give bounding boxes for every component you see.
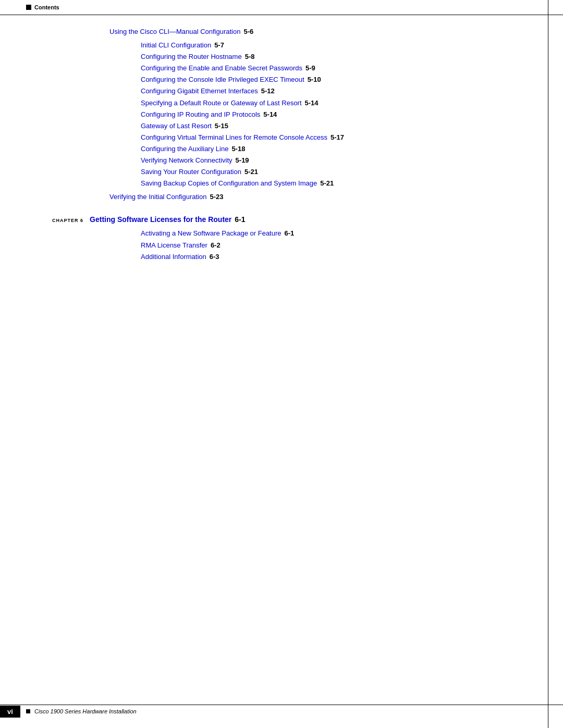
toc-entry: Using the Cisco CLI—Manual Configuration… <box>109 26 537 38</box>
toc-page-default-route: 5-14 <box>305 97 319 109</box>
toc-page-activating: 6-1 <box>285 228 295 239</box>
toc-entry-hostname: Configuring the Router Hostname 5-8 <box>141 51 537 63</box>
header-label: Contents <box>34 4 59 10</box>
toc-page-console-timeout: 5-10 <box>308 74 321 85</box>
toc-link-ip-routing[interactable]: Configuring IP Routing and IP Protocols <box>141 109 260 120</box>
toc-link-saving-config[interactable]: Saving Your Router Configuration <box>141 166 241 178</box>
toc-entry-activating: Activating a New Software Package or Fea… <box>26 228 537 239</box>
toc-section-level2: Initial CLI Configuration 5-7 Configurin… <box>26 40 537 189</box>
toc-link-rma[interactable]: RMA License Transfer <box>141 240 207 251</box>
toc-link-hostname[interactable]: Configuring the Router Hostname <box>141 51 242 63</box>
toc-entry-additional: Additional Information 6-3 <box>26 251 537 263</box>
toc-page: 5-6 <box>243 26 253 38</box>
toc-link-cli-manual[interactable]: Using the Cisco CLI—Manual Configuration <box>109 26 240 38</box>
toc-page-verify-network: 5-19 <box>236 155 249 166</box>
toc-entry-vty-lines: Configuring Virtual Terminal Lines for R… <box>141 132 537 143</box>
toc-page-enable-passwords: 5-9 <box>305 63 315 74</box>
toc-link-gateway-last-resort[interactable]: Gateway of Last Resort <box>141 120 212 132</box>
toc-page-aux-line: 5-18 <box>231 143 245 155</box>
footer: Cisco 1900 Series Hardware Installation … <box>0 705 563 718</box>
toc-link-additional[interactable]: Additional Information <box>141 251 206 263</box>
toc-entry-verify-network: Verifying Network Connectivity 5-19 <box>141 155 537 166</box>
footer-content: Cisco 1900 Series Hardware Installation <box>0 705 563 718</box>
toc-page-vty-lines: 5-17 <box>331 132 344 143</box>
toc-link-activating[interactable]: Activating a New Software Package or Fea… <box>141 228 282 239</box>
toc-page-hostname: 5-8 <box>245 51 255 63</box>
toc-entry-saving-config: Saving Your Router Configuration 5-21 <box>141 166 537 178</box>
footer-page-number: vi <box>7 708 13 715</box>
toc-link-initial-cli[interactable]: Initial CLI Configuration <box>141 40 211 51</box>
toc-page-verify-initial: 5-23 <box>210 191 223 203</box>
toc-page-ip-routing: 5-14 <box>263 109 277 120</box>
toc-page-initial-cli: 5-7 <box>214 40 224 51</box>
toc-page-saving-config: 5-21 <box>244 166 258 178</box>
toc-link-verify-initial[interactable]: Verifying the Initial Configuration <box>109 191 206 203</box>
toc-page-rma: 6-2 <box>211 240 221 251</box>
toc-entry-gateway-last-resort: Gateway of Last Resort 5-15 <box>141 120 537 132</box>
toc-page-additional: 6-3 <box>210 251 219 263</box>
toc-link-gigabit[interactable]: Configuring Gigabit Ethernet Interfaces <box>141 85 258 97</box>
toc-link-backup-copies[interactable]: Saving Backup Copies of Configuration an… <box>141 178 317 189</box>
toc-page-backup-copies: 5-21 <box>320 178 334 189</box>
toc-entry-console-timeout: Configuring the Console Idle Privileged … <box>141 74 537 85</box>
toc-link-vty-lines[interactable]: Configuring Virtual Terminal Lines for R… <box>141 132 327 143</box>
header-square-icon <box>26 5 31 10</box>
toc-section-verify-initial: Verifying the Initial Configuration 5-23 <box>26 191 537 203</box>
toc-entry-default-route: Specifying a Default Route or Gateway of… <box>141 97 537 109</box>
toc-link-default-route[interactable]: Specifying a Default Route or Gateway of… <box>141 97 302 109</box>
toc-page-gateway-last-resort: 5-15 <box>215 120 228 132</box>
chapter-label: CHAPTER 6 <box>26 218 83 223</box>
toc-page-gigabit: 5-12 <box>261 85 275 97</box>
top-border <box>0 15 563 15</box>
footer-text: Cisco 1900 Series Hardware Installation <box>34 708 137 714</box>
toc-entry-enable-passwords: Configuring the Enable and Enable Secret… <box>141 63 537 74</box>
chapter6-title[interactable]: Getting Software Licenses for the Router <box>90 215 231 224</box>
toc-content: Using the Cisco CLI—Manual Configuration… <box>26 26 537 265</box>
toc-link-verify-network[interactable]: Verifying Network Connectivity <box>141 155 232 166</box>
chapter6-row: CHAPTER 6 Getting Software Licenses for … <box>26 215 537 224</box>
chapter6-entries: Activating a New Software Package or Fea… <box>26 228 537 262</box>
toc-entry-ip-routing: Configuring IP Routing and IP Protocols … <box>141 109 537 120</box>
toc-link-aux-line[interactable]: Configuring the Auxiliary Line <box>141 143 228 155</box>
chapter6-page: 6-1 <box>235 215 245 224</box>
toc-link-console-timeout[interactable]: Configuring the Console Idle Privileged … <box>141 74 304 85</box>
footer-square-icon <box>26 709 30 713</box>
toc-entry-verify-initial: Verifying the Initial Configuration 5-23 <box>109 191 537 203</box>
toc-entry-aux-line: Configuring the Auxiliary Line 5-18 <box>141 143 537 155</box>
toc-link-enable-passwords[interactable]: Configuring the Enable and Enable Secret… <box>141 63 302 74</box>
header: Contents <box>26 4 59 10</box>
toc-entry-initial-cli: Initial CLI Configuration 5-7 <box>141 40 537 51</box>
right-border <box>548 0 548 728</box>
toc-entry-rma: RMA License Transfer 6-2 <box>26 240 537 251</box>
toc-section-cli: Using the Cisco CLI—Manual Configuration… <box>26 26 537 38</box>
footer-page-box: vi <box>0 706 20 718</box>
toc-entry-backup-copies: Saving Backup Copies of Configuration an… <box>141 178 537 189</box>
toc-entry-gigabit: Configuring Gigabit Ethernet Interfaces … <box>141 85 537 97</box>
